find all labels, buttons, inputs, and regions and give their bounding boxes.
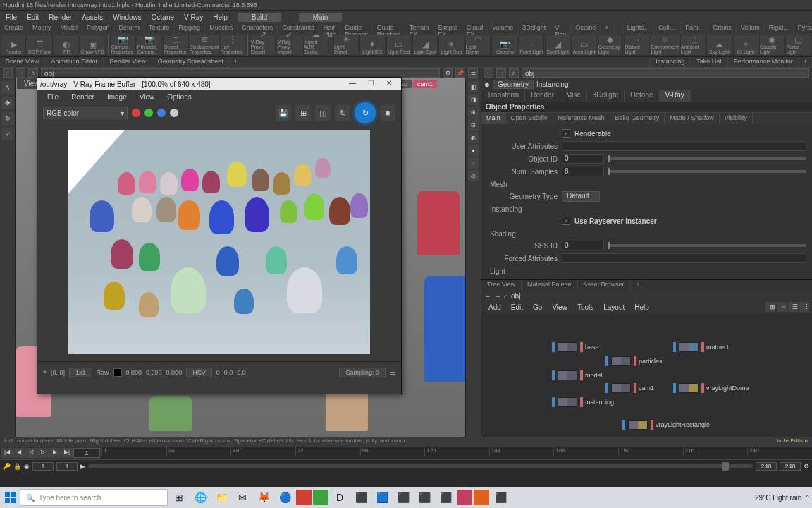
shelf-tab[interactable]: Lights... — [623, 23, 655, 33]
rayserver-checkbox[interactable]: ✓ — [562, 217, 570, 225]
tool-cam-props[interactable]: 📷Camera Properties — [110, 35, 135, 56]
menu-file[interactable]: File — [1, 12, 21, 23]
tool-rop-farm[interactable]: ☰ROP Farm — [27, 35, 52, 56]
tab-take-list[interactable]: Take List — [691, 57, 728, 67]
explorer-icon[interactable]: 📁 — [211, 488, 231, 507]
tool-disp-props[interactable]: ≋Displacement Properties — [190, 35, 219, 56]
play-fwd-icon[interactable]: ▷ — [37, 448, 49, 458]
play-icon[interactable]: ▶ — [80, 463, 85, 470]
shelf-tab[interactable]: Parti... — [681, 23, 708, 33]
alpha-channel-icon[interactable] — [170, 109, 178, 117]
forced-attr-input[interactable] — [562, 253, 806, 263]
tool-proxy-import[interactable]: ↙V-Ray Proxy Import — [276, 35, 302, 56]
timeline[interactable]: 1 24 48 72 96 120 144 168 192 216 240 — [102, 447, 812, 456]
display-opt-icon[interactable]: ◎ — [468, 170, 479, 181]
display-opt-icon[interactable]: ◨ — [468, 94, 479, 105]
tool-point-light[interactable]: ·Point Light — [519, 35, 544, 56]
menu-icon[interactable]: ☰ — [390, 369, 395, 376]
tool-light-sun[interactable]: ☀Light Sun — [438, 35, 464, 56]
shelf-tab[interactable]: Simple FX — [433, 23, 462, 33]
tab-anim-editor[interactable]: Animation Editor — [45, 57, 104, 67]
shelf-tab[interactable]: Rigid... — [765, 23, 794, 33]
app-icon[interactable]: ⬛ — [491, 488, 510, 507]
tool-show-vfb[interactable]: ▣Show VFB — [80, 35, 105, 56]
nav-back[interactable]: ← — [484, 292, 491, 300]
shelf-tab[interactable]: Octane — [571, 23, 601, 33]
rotate-tool-icon[interactable]: ↻ — [1, 112, 14, 125]
chrome-icon[interactable]: 🔵 — [275, 488, 295, 507]
tab-add[interactable]: + — [230, 57, 242, 67]
tab-material-palette[interactable]: Material Palette — [522, 280, 578, 290]
tool-area-light[interactable]: ▭Area Light — [571, 35, 596, 56]
vfb-menu-image[interactable]: Image — [102, 92, 133, 102]
num-samples-input[interactable]: 8 — [562, 167, 604, 176]
nav-back[interactable]: ← — [3, 68, 13, 78]
tool-env-light[interactable]: ○Environment Light — [651, 35, 679, 56]
minimize-button[interactable]: — — [343, 78, 362, 90]
key-icon[interactable]: 🔑 — [3, 463, 11, 470]
menu-assets[interactable]: Assets — [78, 12, 107, 23]
menu-octane[interactable]: Octane — [147, 12, 178, 23]
object-id-input[interactable]: 0 — [562, 154, 604, 164]
app-icon[interactable]: ⬛ — [414, 488, 434, 507]
render-output[interactable] — [68, 130, 370, 354]
red-channel-icon[interactable] — [132, 109, 140, 117]
node-lightrect[interactable]: vrayLightRectangle — [622, 420, 710, 430]
network-path-input[interactable]: obj — [511, 292, 520, 300]
nm-tools[interactable]: Tools — [573, 303, 598, 312]
tab-octane[interactable]: Octane — [625, 90, 659, 102]
user-attr-input[interactable] — [562, 141, 806, 151]
tab-misc[interactable]: Misc — [560, 90, 587, 102]
goto-start-icon[interactable]: |◀ — [1, 448, 13, 458]
tab-asset-browser[interactable]: Asset Browser — [578, 280, 631, 290]
select-tool-icon[interactable]: ↖ — [1, 81, 14, 94]
tool-sky-light[interactable]: ☁Sky Light — [706, 35, 732, 56]
nav-back[interactable]: ← — [484, 68, 493, 78]
tool-portal-light[interactable]: ▢Portal Light — [785, 35, 811, 56]
goto-end-icon[interactable]: ▶| — [61, 448, 73, 458]
shelf-tab[interactable]: Deform — [115, 23, 145, 33]
vfb-menu-render[interactable]: Render — [66, 92, 100, 102]
shelf-tab[interactable]: Guide Brushes — [373, 23, 405, 33]
tab-add[interactable]: + — [631, 280, 646, 290]
eyedropper-icon[interactable]: ⌖ — [43, 368, 47, 376]
current-frame[interactable]: 1 — [56, 462, 78, 471]
tool-gi-light[interactable]: ✧GI Light — [733, 35, 758, 56]
save-icon[interactable]: 💾 — [276, 105, 291, 121]
nav-fwd[interactable]: → — [496, 68, 506, 78]
node-base[interactable]: base — [552, 342, 599, 352]
subtab-ref-mesh[interactable]: Reference Mesh — [553, 113, 610, 124]
shelf-tab[interactable]: Vellum — [737, 23, 765, 33]
channel-selector[interactable]: RGB color — [43, 107, 128, 119]
display-opt-icon[interactable]: ◧ — [468, 81, 479, 92]
node-matnet1[interactable]: matnet1 — [673, 342, 730, 352]
shelf-tab[interactable]: Guide Process — [340, 23, 373, 33]
path-input[interactable]: obj — [41, 68, 440, 78]
app-icon[interactable]: ⬛ — [351, 488, 371, 507]
menu-vray[interactable]: V-Ray — [180, 12, 207, 23]
auto-icon[interactable]: ◉ — [24, 463, 30, 470]
shelf-tab[interactable]: Modify — [28, 23, 56, 33]
nm-add[interactable]: Add — [484, 303, 505, 312]
colorspace-selector[interactable]: HSV — [186, 368, 212, 377]
task-view-icon[interactable]: ⊞ — [169, 488, 189, 507]
nm-view[interactable]: View — [548, 303, 572, 312]
net-opt-icon[interactable]: ⋮ — [799, 302, 809, 312]
daz-icon[interactable]: D — [330, 488, 350, 507]
vfb-menu-file[interactable]: File — [42, 92, 64, 102]
network-canvas[interactable]: base particles model cam1 Instancing mat… — [481, 313, 812, 437]
tool-light-rect[interactable]: ▭Light Rect — [386, 35, 412, 56]
tool-spot-light[interactable]: ◢Spot Light — [545, 35, 570, 56]
mail-icon[interactable]: ✉ — [233, 488, 252, 507]
global-end[interactable]: 248 — [780, 462, 801, 471]
shelf-tab[interactable]: Hair Utils — [319, 23, 341, 33]
blue-channel-icon[interactable] — [157, 109, 166, 117]
vfb-menu-options[interactable]: Options — [161, 92, 197, 102]
shelf-tab[interactable]: Grains — [708, 23, 737, 33]
shelf-tab[interactable]: Colli... — [654, 23, 681, 33]
shelf-add[interactable]: + — [601, 23, 613, 33]
region-icon[interactable]: ⊞ — [295, 105, 311, 121]
node-name[interactable]: Instancing — [536, 80, 569, 88]
close-button[interactable]: ✕ — [380, 78, 398, 90]
shelf-tab[interactable]: Characters — [238, 23, 278, 33]
